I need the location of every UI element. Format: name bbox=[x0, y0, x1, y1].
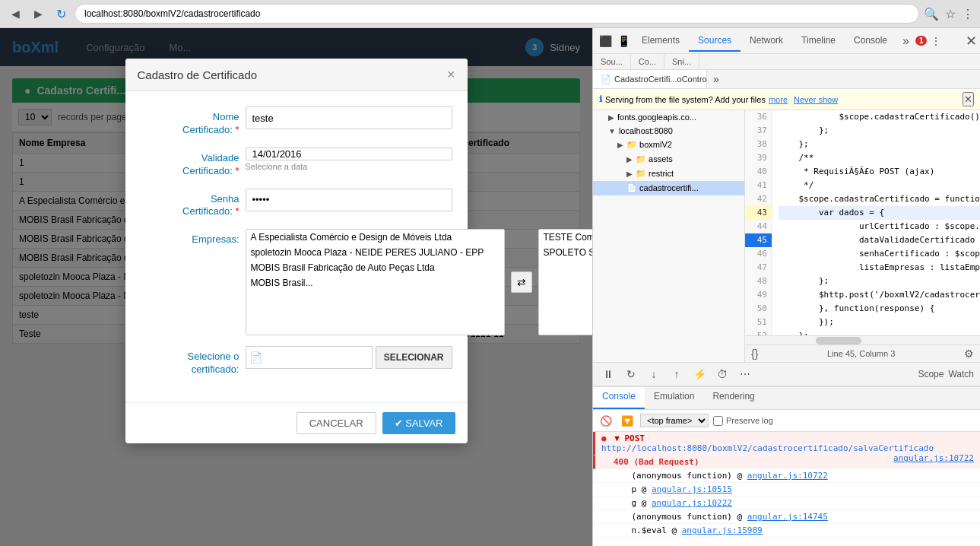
transfer-right-button[interactable]: ⇄ bbox=[511, 271, 532, 293]
horizontal-scrollbar[interactable] bbox=[745, 335, 980, 344]
step-over-button[interactable]: ↻ bbox=[622, 365, 640, 383]
nome-input[interactable] bbox=[246, 106, 452, 129]
empresa-left-option[interactable]: MOBIS Brasil... bbox=[246, 275, 504, 290]
senha-row: SenhaCertificado: * bbox=[141, 189, 452, 219]
line-number: 41 bbox=[745, 179, 772, 192]
tree-arrow: ▶ bbox=[608, 113, 614, 122]
status-400: 400 (Bad Request) bbox=[614, 457, 699, 467]
source-subtab-sni[interactable]: Sni... bbox=[664, 54, 699, 69]
pause-button[interactable]: ⏸ bbox=[599, 365, 617, 383]
mobile-icon[interactable]: 📱 bbox=[614, 32, 633, 50]
angular-ref-6[interactable]: angular.js:15989 bbox=[682, 525, 763, 535]
bookmark-icon[interactable]: ☆ bbox=[945, 7, 956, 21]
g-label: g bbox=[611, 498, 636, 508]
deactivate-breakpoints-button[interactable]: ⚡ bbox=[690, 365, 709, 383]
console-section: Console Emulation Rendering 🚫 🔽 <top fra… bbox=[593, 386, 980, 546]
dialog-header: Cadastro de Certificado × bbox=[125, 59, 468, 91]
address-bar[interactable] bbox=[75, 4, 919, 24]
angular-ref-3[interactable]: angular.js:10515 bbox=[652, 484, 732, 494]
info-dismiss-button[interactable]: ✕ bbox=[963, 92, 974, 106]
empresa-right-option[interactable]: SPOLETO Shopping Metropole - NEIDE PERES… bbox=[539, 245, 592, 260]
settings-icon[interactable]: ⚙ bbox=[964, 348, 974, 360]
tree-item-fonts[interactable]: ▶ fonts.googleapis.co... bbox=[593, 110, 744, 124]
tree-label: 📁 boxmlV2 bbox=[626, 140, 672, 150]
devtools-status-bar: {} Line 45, Column 3 ⚙ bbox=[745, 344, 980, 362]
info-never-link[interactable]: Never show bbox=[794, 95, 838, 104]
watch-label[interactable]: Watch bbox=[948, 369, 974, 379]
cancel-button[interactable]: CANCELAR bbox=[297, 412, 376, 434]
more-tabs-button[interactable]: » bbox=[896, 31, 915, 51]
menu-icon[interactable]: ⋮ bbox=[962, 7, 974, 21]
devtools-close-button[interactable]: ✕ bbox=[966, 34, 977, 48]
tab-sources[interactable]: Sources bbox=[689, 30, 741, 52]
tree-item-localhost[interactable]: ▼ localhost:8080 bbox=[593, 124, 744, 138]
clear-console-button[interactable]: 🚫 bbox=[598, 412, 614, 429]
info-message: Serving from the file system? Add your f… bbox=[605, 95, 766, 104]
file-tree-sidebar: ▶ fonts.googleapis.co... ▼ localhost:808… bbox=[593, 110, 745, 362]
console-entry-anon2: (anonymous function) @ angular.js:14745 bbox=[593, 510, 980, 524]
info-bar: ℹ Serving from the file system? Add your… bbox=[593, 89, 980, 110]
angular-ref-1[interactable]: angular.js:10722 bbox=[893, 453, 974, 463]
line-number: 48 bbox=[745, 275, 772, 288]
angular-ref-4[interactable]: angular.js:10222 bbox=[652, 498, 732, 508]
info-more-link[interactable]: more bbox=[769, 95, 788, 104]
empresas-right-list[interactable]: TESTE Comério de Alimentos Ltda EPP Linh… bbox=[538, 229, 592, 335]
tab-console[interactable]: Console bbox=[845, 30, 896, 52]
empresa-left-option[interactable]: MOBIS Brasil Fabricação de Auto Peças Lt… bbox=[246, 260, 504, 275]
tree-item-cadastrocertifi[interactable]: 📄 cadastrocertifi... bbox=[593, 181, 744, 195]
format-button[interactable]: {} bbox=[751, 348, 758, 360]
scope-label[interactable]: Scope bbox=[918, 369, 944, 379]
code-line: var dados = { bbox=[779, 206, 980, 220]
empresa-right-option[interactable]: TESTE Comério de Alimentos Ltda EPP Linh… bbox=[539, 230, 592, 245]
tab-network[interactable]: Network bbox=[741, 30, 792, 52]
console-tab-console[interactable]: Console bbox=[593, 387, 645, 409]
line-number: 43 bbox=[745, 206, 772, 220]
code-line: $http.post('/boxmlV2/cadastrocertificado… bbox=[779, 288, 980, 302]
post-url[interactable]: http://localhost:8080/boxmlV2/cadastroce… bbox=[601, 443, 934, 453]
senha-input[interactable] bbox=[246, 189, 452, 211]
at-separator3: @ bbox=[642, 498, 652, 508]
console-tab-emulation[interactable]: Emulation bbox=[645, 387, 703, 409]
at-separator4: @ bbox=[737, 512, 747, 522]
save-button[interactable]: ✔ SALVAR bbox=[382, 412, 455, 434]
filter-button[interactable]: 🔽 bbox=[619, 412, 636, 429]
source-more-tabs[interactable]: » bbox=[707, 70, 725, 88]
dialog-close-button[interactable]: × bbox=[447, 68, 455, 81]
tab-timeline[interactable]: Timeline bbox=[792, 30, 845, 52]
inspect-icon[interactable]: ⬛ bbox=[596, 32, 614, 50]
frame-select[interactable]: <top frame> bbox=[640, 414, 709, 427]
source-subtab-sou[interactable]: Sou... bbox=[593, 54, 631, 69]
tree-label: 📁 assets bbox=[636, 154, 673, 164]
validade-input[interactable] bbox=[246, 148, 452, 160]
dialog-title: Cadastro de Certificado bbox=[138, 68, 258, 81]
tree-label: localhost:8080 bbox=[619, 126, 673, 135]
info-icon: ℹ bbox=[599, 94, 602, 104]
source-subtab-co[interactable]: Co... bbox=[631, 54, 664, 69]
error-badge: 1 bbox=[915, 36, 928, 46]
preserve-log-label[interactable]: Preserve log bbox=[713, 416, 773, 426]
tree-item-restrict[interactable]: ▶ 📁 restrict bbox=[593, 167, 744, 181]
source-file-tab[interactable]: 📄 CadastroCertifi...oController.js ✕ bbox=[593, 70, 707, 88]
angular-ref-2[interactable]: angular.js:10722 bbox=[747, 471, 828, 481]
empresa-left-option[interactable]: spoletozin Mooca Plaza - NEIDE PERES JUL… bbox=[246, 245, 504, 260]
empresa-left-option[interactable]: A Especialista Comércio e Design de Móve… bbox=[246, 230, 504, 245]
step-out-button[interactable]: ↑ bbox=[668, 365, 686, 383]
step-into-button[interactable]: ↓ bbox=[645, 365, 663, 383]
forward-button[interactable]: ▶ bbox=[29, 5, 47, 23]
file-select-button[interactable]: SELECIONAR bbox=[376, 346, 452, 369]
angular-ref-5[interactable]: angular.js:14745 bbox=[747, 512, 828, 522]
refresh-button[interactable]: ↻ bbox=[52, 5, 70, 23]
preserve-log-checkbox[interactable] bbox=[713, 416, 723, 426]
search-icon[interactable]: 🔍 bbox=[924, 7, 939, 21]
tab-elements[interactable]: Elements bbox=[633, 30, 689, 52]
empresas-left-list[interactable]: A Especialista Comércio e Design de Móve… bbox=[246, 229, 505, 335]
tree-item-assets[interactable]: ▶ 📁 assets bbox=[593, 152, 744, 167]
code-line: listaEmpresas : listaEmpresas bbox=[779, 261, 980, 275]
devtools-settings-icon[interactable]: ⋮ bbox=[927, 32, 945, 50]
back-button[interactable]: ◀ bbox=[6, 5, 24, 23]
more-debug[interactable]: ⋯ bbox=[736, 365, 754, 383]
neval-label: n.$eval bbox=[611, 525, 667, 535]
console-tab-rendering[interactable]: Rendering bbox=[703, 387, 763, 409]
async-toggle[interactable]: ⏱ bbox=[713, 365, 731, 383]
tree-item-boxmlv2[interactable]: ▶ 📁 boxmlV2 bbox=[593, 138, 744, 152]
